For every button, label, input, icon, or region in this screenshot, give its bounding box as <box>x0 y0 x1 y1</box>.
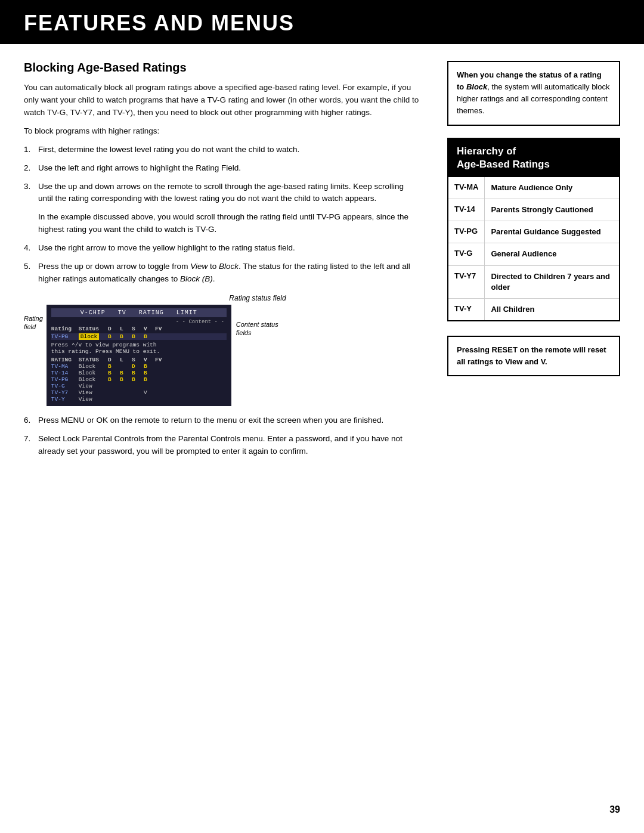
step-number: 4. <box>24 242 33 255</box>
rating-label: Parental Guidance Suggested <box>485 221 619 243</box>
reset-text: Pressing RESET on the remote will reset … <box>457 345 606 366</box>
diagram-left-labels: Ratingfield <box>24 305 43 354</box>
intro-paragraph-2: To block programs with higher ratings: <box>24 125 420 138</box>
diagram-right-labels: Content statusfields <box>231 305 278 337</box>
hierarchy-box: Hierarchy of Age-Based Ratings TV-MA Mat… <box>447 138 620 322</box>
rating-code: TV-14 <box>448 199 485 221</box>
screen-subheader: RATING STATUS D L S V FV <box>51 357 227 363</box>
table-row: TV-14 Parents Strongly Cautioned <box>448 199 619 221</box>
step-text: Use the left and right arrows to highlig… <box>38 162 241 175</box>
screen-data-row: TV-G View <box>51 383 227 389</box>
rating-label: Parents Strongly Cautioned <box>485 199 619 221</box>
table-row: TV-Y7 Directed to Children 7 years and o… <box>448 265 619 298</box>
list-item: In the example discussed above, you woul… <box>24 211 420 236</box>
list-item: 5. Press the up or down arrow to toggle … <box>24 261 420 286</box>
screen-active-row: TV-PG Block B B B B <box>51 333 227 340</box>
step-number: 2. <box>24 162 33 175</box>
intro-paragraph-1: You can automatically block all program … <box>24 82 420 119</box>
left-column: Blocking Age-Based Ratings You can autom… <box>24 61 441 464</box>
page-header: Features and Menus <box>0 0 644 44</box>
step-number: 7. <box>24 433 33 458</box>
step-number: 3. <box>24 181 33 206</box>
diagram-row: Ratingfield V-CHIP TV RATING LIMIT - - C… <box>24 305 420 406</box>
screen-header-row: Rating Status D L S V FV <box>51 326 227 332</box>
screen-data-row: TV-MA Block B D B <box>51 363 227 370</box>
step-text: Use the up and down arrows on the remote… <box>38 181 420 206</box>
list-item: 6. Press MENU or OK on the remote to ret… <box>24 414 420 427</box>
rating-code: TV-PG <box>448 221 485 243</box>
step-text: Press the up or down arrow to toggle fro… <box>38 261 420 286</box>
rating-label: Mature Audience Only <box>485 177 619 199</box>
hierarchy-table: TV-MA Mature Audience Only TV-14 Parents… <box>448 177 619 320</box>
callout-box: When you change the status of a rating t… <box>447 61 620 126</box>
table-row: TV-PG Parental Guidance Suggested <box>448 221 619 243</box>
right-column: When you change the status of a rating t… <box>441 61 620 464</box>
hierarchy-header: Hierarchy of Age-Based Ratings <box>448 139 619 177</box>
table-row: TV-MA Mature Audience Only <box>448 177 619 199</box>
reset-callout: Pressing RESET on the remote will reset … <box>447 336 620 376</box>
list-item: 4. Use the right arrow to move the yello… <box>24 242 420 255</box>
rating-label: General Audience <box>485 243 619 265</box>
rating-label: Directed to Children 7 years and older <box>485 265 619 298</box>
step-number <box>24 211 33 236</box>
screen-data-row: TV-Y View <box>51 396 227 402</box>
table-row: TV-Y All Children <box>448 298 619 320</box>
screen-data-row: TV-14 Block B B B B <box>51 370 227 376</box>
page-number: 39 <box>609 804 620 815</box>
page-title: Features and Menus <box>24 11 620 36</box>
step-text: Use the right arrow to move the yellow h… <box>38 242 295 255</box>
step-number: 5. <box>24 261 33 286</box>
section-title: Blocking Age-Based Ratings <box>24 61 420 75</box>
callout-text: When you change the status of a rating t… <box>457 70 609 115</box>
steps-list: 1. First, determine the lowest level rat… <box>24 144 420 286</box>
list-item: 2. Use the left and right arrows to high… <box>24 162 420 175</box>
rating-code: TV-MA <box>448 177 485 199</box>
screen-data-row: TV-Y7 View V <box>51 389 227 396</box>
step-text: Select Lock Parental Controls from the P… <box>38 433 420 458</box>
steps-after-list: 6. Press MENU or OK on the remote to ret… <box>24 414 420 458</box>
step-number: 1. <box>24 144 33 156</box>
screen-data-row: TV-PG Block B B B B <box>51 376 227 383</box>
content-status-label: Content statusfields <box>236 320 278 337</box>
step-text: First, determine the lowest level rating… <box>38 144 299 156</box>
main-content: Blocking Age-Based Ratings You can autom… <box>0 61 644 464</box>
screen-note: Press ^/v to view programs withthis rati… <box>51 342 227 355</box>
rating-label: Ratingfield <box>24 314 43 332</box>
screen-title: V-CHIP TV RATING LIMIT <box>51 308 227 317</box>
rating-label: All Children <box>485 298 619 320</box>
table-row: TV-G General Audience <box>448 243 619 265</box>
step-number: 6. <box>24 414 33 427</box>
list-item: 3. Use the up and down arrows on the rem… <box>24 181 420 206</box>
list-item: 1. First, determine the lowest level rat… <box>24 144 420 156</box>
rating-diagram: Rating status field Ratingfield V-CHIP T… <box>24 294 420 406</box>
diagram-top-label: Rating status field <box>60 294 456 302</box>
list-item: 7. Select Lock Parental Controls from th… <box>24 433 420 458</box>
rating-code: TV-G <box>448 243 485 265</box>
step-text: In the example discussed above, you woul… <box>38 211 420 236</box>
step-text: Press MENU or OK on the remote to return… <box>38 414 383 427</box>
vchip-screen: V-CHIP TV RATING LIMIT - - Content - - R… <box>47 305 231 406</box>
